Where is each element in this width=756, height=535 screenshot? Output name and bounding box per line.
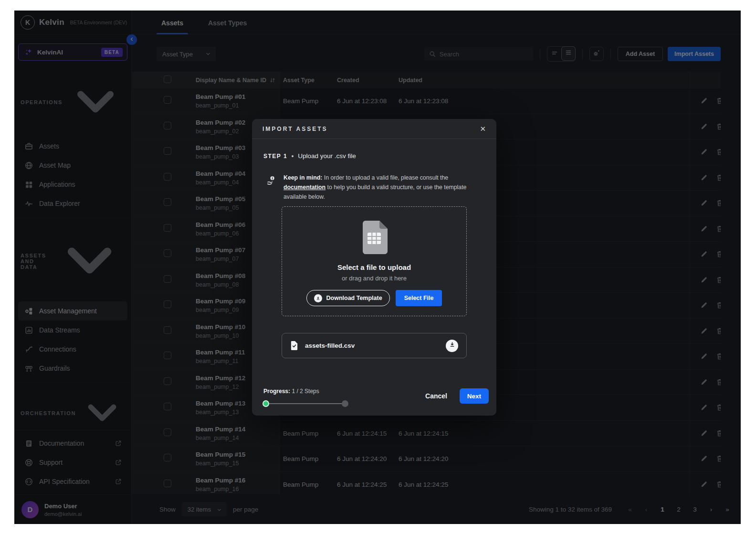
step-label: STEP 1	[263, 153, 287, 160]
import-assets-modal: IMPORT ASSETS ✕ STEP 1 Upload your .csv …	[252, 119, 496, 416]
current-step-dot	[262, 400, 269, 407]
hand-info-icon	[266, 175, 277, 186]
note-text: Keep in mind: In order to upload a valid…	[284, 173, 476, 202]
close-icon[interactable]: ✕	[480, 125, 486, 132]
progress-label: Progress: 1 / 2 Steps	[263, 388, 319, 395]
documentation-link[interactable]: documentation	[284, 184, 326, 191]
dropzone-title: Select a file to upload	[337, 263, 411, 271]
cancel-button[interactable]: Cancel	[425, 392, 447, 400]
dropzone-subtitle: or drag and drop it here	[342, 275, 407, 282]
uploaded-file-name: assets-filled.csv	[305, 342, 355, 349]
next-step-dot	[342, 400, 348, 407]
uploaded-file-row: assets-filled.csv	[282, 333, 467, 358]
download-icon	[314, 294, 322, 302]
step-title: Upload your .csv file	[298, 152, 356, 160]
download-file-button[interactable]	[446, 340, 458, 352]
page: K Kelvin BETA Environment (DEV) KelvinAI…	[0, 0, 756, 535]
step-progress-slider	[262, 400, 348, 407]
download-template-button[interactable]: Download Template	[306, 290, 390, 306]
select-file-button[interactable]: Select File	[396, 290, 442, 306]
modal-title: IMPORT ASSETS	[262, 126, 328, 132]
slider-track	[266, 403, 345, 404]
modal-footer: Progress: 1 / 2 Steps Cancel Next	[252, 377, 496, 416]
file-dropzone[interactable]: Select a file to upload or drag and drop…	[282, 206, 467, 316]
download-icon	[449, 341, 456, 350]
file-check-icon	[290, 341, 298, 351]
app-window: K Kelvin BETA Environment (DEV) KelvinAI…	[14, 11, 741, 524]
step-dot	[292, 155, 294, 157]
note: Keep in mind: In order to upload a valid…	[266, 173, 476, 202]
spreadsheet-file-icon	[361, 221, 388, 256]
next-button[interactable]: Next	[460, 388, 489, 404]
step-indicator: STEP 1 Upload your .csv file	[263, 152, 356, 160]
modal-header: IMPORT ASSETS ✕	[252, 119, 496, 139]
